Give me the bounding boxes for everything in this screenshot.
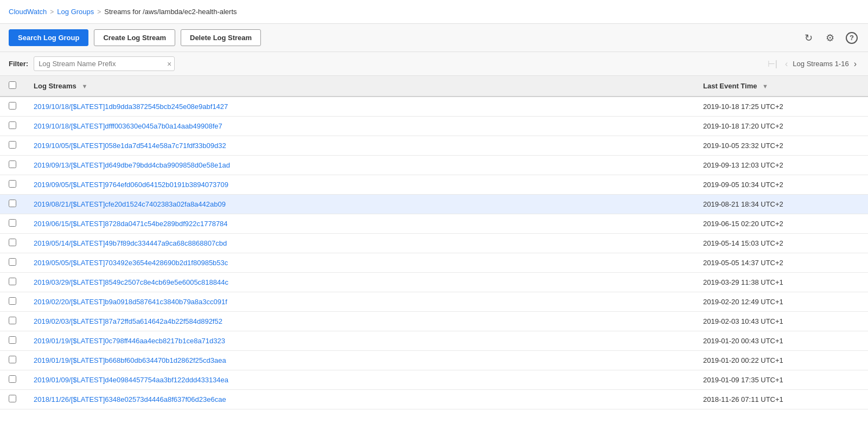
row-checkbox[interactable] (9, 200, 16, 207)
log-stream-link[interactable]: 2019/10/05/[$LATEST]058e1da7d5414e58a7c7… (34, 142, 226, 150)
table-row: 2019/10/18/[$LATEST]dfff003630e045a7b0a1… (0, 117, 868, 136)
create-log-stream-button[interactable]: Create Log Stream (94, 29, 175, 46)
row-last-event: 2019-10-18 17:25 UTC+2 (694, 97, 868, 117)
log-stream-link[interactable]: 2019/10/18/[$LATEST]dfff003630e045a7b0a1… (34, 122, 222, 130)
log-stream-link[interactable]: 2019/01/19/[$LATEST]b668bf60db634470b1d2… (34, 356, 226, 364)
log-stream-link[interactable]: 2018/11/26/[$LATEST]6348e02573d4446a8f63… (34, 395, 226, 403)
row-checkbox[interactable] (9, 317, 16, 324)
row-last-event: 2019-05-05 14:37 UTC+2 (694, 253, 868, 273)
log-stream-link[interactable]: 2019/01/09/[$LATEST]d4e0984457754aa3bf12… (34, 376, 228, 384)
row-checkbox-cell (0, 253, 25, 273)
table-row: 2019/05/14/[$LATEST]49b7f89dc334447a9ca6… (0, 234, 868, 253)
row-checkbox[interactable] (9, 278, 16, 285)
log-stream-link[interactable]: 2019/09/05/[$LATEST]9764efd060d64152b019… (34, 181, 228, 189)
filter-clear-button[interactable]: × (167, 60, 171, 68)
row-checkbox[interactable] (9, 395, 16, 402)
row-checkbox-cell (0, 273, 25, 292)
row-stream-name: 2019/06/15/[$LATEST]8728da0471c54be289bd… (25, 214, 694, 234)
log-stream-link[interactable]: 2019/05/14/[$LATEST]49b7f89dc334447a9ca6… (34, 239, 227, 247)
table-row: 2019/09/05/[$LATEST]9764efd060d64152b019… (0, 175, 868, 195)
toolbar: Search Log Group Create Log Stream Delet… (0, 23, 868, 52)
row-last-event: 2019-06-15 02:20 UTC+2 (694, 214, 868, 234)
breadcrumb-sep-1: > (50, 8, 54, 16)
row-checkbox[interactable] (9, 239, 16, 246)
breadcrumb-cloudwatch[interactable]: CloudWatch (9, 8, 47, 16)
row-stream-name: 2019/01/19/[$LATEST]0c798ff446aa4ecb8217… (25, 331, 694, 351)
table-body: 2019/10/18/[$LATEST]1db9dda3872545bcb245… (0, 97, 868, 409)
settings-button[interactable]: ⚙ (822, 30, 838, 46)
help-button[interactable]: ? (844, 30, 859, 46)
pagination-next-button[interactable]: › (851, 58, 859, 70)
row-checkbox[interactable] (9, 141, 16, 149)
log-stream-link[interactable]: 2019/02/20/[$LATEST]b9a0918d587641c3840b… (34, 298, 227, 306)
row-checkbox[interactable] (9, 180, 16, 188)
row-checkbox[interactable] (9, 375, 16, 383)
log-stream-link[interactable]: 2019/09/13/[$LATEST]d649dbe79bdd4cba9909… (34, 161, 230, 169)
pagination: ⊢| ‹ Log Streams 1-16 › (765, 57, 859, 70)
refresh-button[interactable]: ↻ (801, 30, 816, 46)
row-checkbox[interactable] (9, 336, 16, 344)
log-stream-link[interactable]: 2019/05/05/[$LATEST]703492e3654e428690b2… (34, 259, 228, 267)
select-all-checkbox[interactable] (9, 81, 16, 89)
row-checkbox-cell (0, 292, 25, 312)
pagination-prev-button[interactable]: ‹ (782, 58, 790, 70)
header-last-event-label: Last Event Time (703, 82, 757, 90)
row-checkbox[interactable] (9, 102, 16, 110)
help-icon: ? (846, 32, 858, 44)
table-row: 2019/05/05/[$LATEST]703492e3654e428690b2… (0, 253, 868, 273)
table-header: Log Streams ▼ Last Event Time ▼ (0, 76, 868, 97)
row-checkbox-cell (0, 195, 25, 214)
row-checkbox[interactable] (9, 258, 16, 266)
row-checkbox-cell (0, 156, 25, 175)
row-checkbox-cell (0, 370, 25, 390)
delete-log-stream-button[interactable]: Delete Log Stream (181, 29, 261, 46)
row-checkbox[interactable] (9, 219, 16, 227)
log-stream-link[interactable]: 2019/03/29/[$LATEST]8549c2507c8e4cb69e5e… (34, 278, 228, 286)
table-row: 2019/10/05/[$LATEST]058e1da7d5414e58a7c7… (0, 136, 868, 156)
row-checkbox-cell (0, 234, 25, 253)
row-last-event: 2019-01-20 00:22 UTC+1 (694, 351, 868, 370)
header-log-streams[interactable]: Log Streams ▼ (25, 76, 694, 97)
row-last-event: 2019-05-14 15:03 UTC+2 (694, 234, 868, 253)
row-stream-name: 2019/09/13/[$LATEST]d649dbe79bdd4cba9909… (25, 156, 694, 175)
row-stream-name: 2019/08/21/[$LATEST]cfe20d1524c7402383a0… (25, 195, 694, 214)
row-last-event: 2019-09-13 12:03 UTC+2 (694, 156, 868, 175)
toolbar-icons: ↻ ⚙ ? (801, 30, 859, 46)
header-last-event-time[interactable]: Last Event Time ▼ (694, 76, 868, 97)
row-checkbox[interactable] (9, 356, 16, 363)
pagination-text: Log Streams 1-16 (793, 60, 848, 68)
row-checkbox-cell (0, 175, 25, 195)
row-last-event: 2019-09-05 10:34 UTC+2 (694, 175, 868, 195)
breadcrumb-log-groups[interactable]: Log Groups (57, 8, 94, 16)
row-stream-name: 2019/10/18/[$LATEST]1db9dda3872545bcb245… (25, 97, 694, 117)
row-stream-name: 2018/11/26/[$LATEST]6348e02573d4446a8f63… (25, 390, 694, 409)
row-checkbox[interactable] (9, 297, 16, 305)
log-stream-link[interactable]: 2019/08/21/[$LATEST]cfe20d1524c7402383a0… (34, 200, 226, 208)
row-last-event: 2019-10-05 23:32 UTC+2 (694, 136, 868, 156)
table-row: 2019/06/15/[$LATEST]8728da0471c54be289bd… (0, 214, 868, 234)
header-checkbox-col (0, 76, 25, 97)
table-row: 2019/03/29/[$LATEST]8549c2507c8e4cb69e5e… (0, 273, 868, 292)
row-checkbox-cell (0, 390, 25, 409)
table-row: 2019/09/13/[$LATEST]d649dbe79bdd4cba9909… (0, 156, 868, 175)
search-log-group-button[interactable]: Search Log Group (9, 29, 88, 46)
row-stream-name: 2019/02/03/[$LATEST]87a72ffd5a614642a4b2… (25, 312, 694, 331)
row-checkbox-cell (0, 214, 25, 234)
row-stream-name: 2019/10/05/[$LATEST]058e1da7d5414e58a7c7… (25, 136, 694, 156)
log-stream-link[interactable]: 2019/02/03/[$LATEST]87a72ffd5a614642a4b2… (34, 317, 222, 325)
filter-bar: Filter: × ⊢| ‹ Log Streams 1-16 › (0, 52, 868, 76)
row-checkbox-cell (0, 331, 25, 351)
table-wrap: Log Streams ▼ Last Event Time ▼ 2019/10/… (0, 76, 868, 409)
log-stream-link[interactable]: 2019/01/19/[$LATEST]0c798ff446aa4ecb8217… (34, 337, 225, 345)
log-stream-link[interactable]: 2019/10/18/[$LATEST]1db9dda3872545bcb245… (34, 102, 228, 111)
breadcrumb-current: Streams for /aws/lambda/ec2-health-alert… (104, 8, 237, 16)
row-last-event: 2019-01-20 00:43 UTC+1 (694, 331, 868, 351)
row-last-event: 2019-02-20 12:49 UTC+1 (694, 292, 868, 312)
row-checkbox-cell (0, 117, 25, 136)
row-checkbox[interactable] (9, 161, 16, 168)
pagination-first-button[interactable]: ⊢| (765, 57, 780, 70)
row-checkbox[interactable] (9, 121, 16, 129)
log-stream-link[interactable]: 2019/06/15/[$LATEST]8728da0471c54be289bd… (34, 220, 228, 228)
table-row: 2019/02/20/[$LATEST]b9a0918d587641c3840b… (0, 292, 868, 312)
filter-input[interactable] (34, 56, 175, 71)
